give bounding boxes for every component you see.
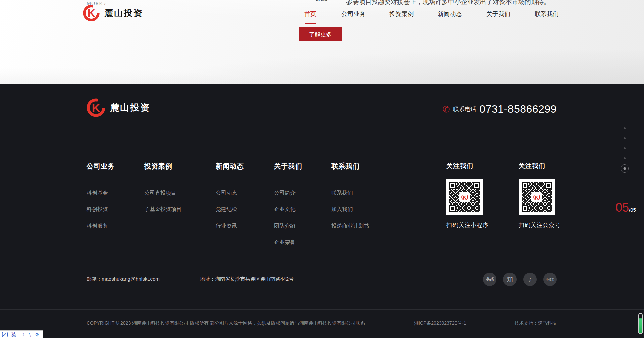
follow-miniprogram: 关注我们 K 扫码关注小程序 [446,162,489,229]
phone-label: 联系电话 [453,105,476,113]
footer-link[interactable]: 子基金投资项目 [144,206,182,213]
qr-code-official-account: K [519,179,555,215]
qr-caption: 扫码关注公众号 [519,221,561,229]
pager-dot-5-active[interactable] [621,164,629,173]
xiaohongshu-icon[interactable]: 小红书 [543,273,557,286]
footer-column-title[interactable]: 新闻动态 [216,162,244,171]
qr-logo-chip: K [460,192,469,202]
pager-count: 05 /05 [615,201,636,215]
footer-column-title[interactable]: 联系我们 [331,162,369,171]
top-section: MORE › K 麓山投资 5/25 参赛项目投融资对接会上，现场许多中小企业发… [0,0,644,84]
nav-item-contact[interactable]: 联系我们 [535,10,559,18]
learn-more-button[interactable]: 了解更多 [299,27,342,41]
footer: K 麓山投资 ✆ 联系电话 0731-85866299 公司业务 科创基金 科创… [0,84,644,338]
qr-finder [522,205,528,212]
follow-title: 关注我们 [446,162,489,171]
qr-code-miniprogram: K [446,179,483,215]
footer-link[interactable]: 科创基金 [87,190,115,197]
news-snippet[interactable]: 参赛项目投融资对接会上，现场许多中小企业发出了对资本市场的期待。 [346,0,550,6]
footer-link[interactable]: 科创服务 [87,223,115,230]
qr-finder [449,205,456,212]
footer-brand-name: 麓山投资 [110,102,150,114]
footer-brand-logo-icon: K [86,98,106,117]
icp-license-link[interactable]: 湘ICP备2023023720号-1 [414,320,466,326]
footer-vertical-divider [407,162,407,245]
footer-column-title[interactable]: 投资案例 [144,162,182,171]
toutiao-icon[interactable]: 头条 [483,273,496,286]
footer-link[interactable]: 公司动态 [216,190,244,197]
ime-logo-icon[interactable] [2,332,8,337]
news-divider [338,0,338,16]
footer-brand: K 麓山投资 [86,98,150,117]
follow-official-account: 关注我们 K 扫码关注公众号 [519,162,561,229]
news-date-fragment: 5/25 [315,0,328,3]
scrollbar-thumb[interactable] [638,313,643,334]
qr-caption: 扫码关注小程序 [446,221,489,229]
nav-item-cases[interactable]: 投资案例 [389,10,414,18]
ime-settings-icon[interactable]: ⚙ [35,332,39,337]
qr-finder [449,182,456,189]
copyright-text: COPYRIGHT © 2023 湖南麓山科技投资有限公司 版权所有 部分图片来… [87,320,365,326]
footer-link[interactable]: 科创投资 [87,206,115,213]
footer-link[interactable]: 党建纪检 [216,206,244,213]
footer-link[interactable]: 公司简介 [274,190,302,197]
ime-punctuation-icon[interactable]: ’, [28,332,31,337]
pager-dot-3[interactable] [624,147,626,149]
footer-link[interactable]: 联系我们 [331,190,369,197]
qr-finder [522,182,528,189]
footer-link[interactable]: 公司直投项目 [144,190,182,197]
footer-column-contact: 联系我们 联系我们 加入我们 投递商业计划书 [331,162,369,230]
brand-name: 麓山投资 [104,7,143,19]
douyin-icon[interactable]: ♪ [523,273,537,286]
footer-link[interactable]: 团队介绍 [274,223,302,230]
header-brand[interactable]: K 麓山投资 [83,4,143,22]
address-text: 地址：湖南省长沙市岳麓区麓山南路442号 [200,276,294,282]
follow-title: 关注我们 [519,162,561,171]
zhihu-icon[interactable]: 知 [503,273,517,286]
svg-text:K: K [92,101,100,114]
page: MORE › K 麓山投资 5/25 参赛项目投融资对接会上，现场许多中小企业发… [0,0,644,338]
nav-item-news[interactable]: 新闻动态 [438,10,462,18]
pager-dot-4[interactable] [624,157,626,159]
ime-moon-icon[interactable]: ☽ [20,332,24,337]
footer-column-title[interactable]: 公司业务 [87,162,115,171]
qr-finder [545,182,552,189]
social-icons: 头条 知 ♪ 小红书 [483,273,557,286]
pager-total: /05 [629,207,636,213]
footer-link[interactable]: 投递商业计划书 [331,223,369,230]
qr-finder [473,182,480,189]
nav-item-home[interactable]: 首页 [304,10,316,18]
footer-link[interactable]: 企业荣誉 [274,239,302,246]
pager-line [625,175,625,196]
footer-column-business: 公司业务 科创基金 科创投资 科创服务 [87,162,115,230]
phone-number[interactable]: 0731-85866299 [479,103,557,115]
svg-text:K: K [88,7,95,19]
footer-column-title[interactable]: 关于我们 [274,162,302,171]
phone-icon: ✆ [442,105,450,114]
email-text[interactable]: 邮箱：maoshukang@hnlskt.com [87,276,160,282]
brand-logo-icon: K [83,4,100,22]
ime-toolbar: 英 ☽ ’, ⚙ [0,330,43,338]
copyright-bar: COPYRIGHT © 2023 湖南麓山科技投资有限公司 版权所有 部分图片来… [0,309,644,338]
footer-column-cases: 投资案例 公司直投项目 子基金投资项目 [144,162,182,213]
tech-support-text[interactable]: 技术支持：速马科技 [515,320,557,326]
footer-column-news: 新闻动态 公司动态 党建纪检 行业资讯 [216,162,244,230]
ime-language-toggle[interactable]: 英 [11,332,16,337]
footer-divider [87,122,557,122]
footer-column-about: 关于我们 公司简介 企业文化 团队介绍 企业荣誉 [274,162,302,246]
qr-logo-chip: K [532,192,541,202]
nav-item-business[interactable]: 公司业务 [341,10,366,18]
contact-phone: ✆ 联系电话 0731-85866299 [442,103,557,115]
footer-link[interactable]: 加入我们 [331,206,369,213]
nav-item-about[interactable]: 关于我们 [486,10,511,18]
footer-link[interactable]: 企业文化 [274,206,302,213]
pager-dot-2[interactable] [624,137,626,139]
pager-dot-1[interactable] [624,127,626,129]
footer-link[interactable]: 行业资讯 [216,223,244,230]
pager-current: 05 [615,201,629,215]
